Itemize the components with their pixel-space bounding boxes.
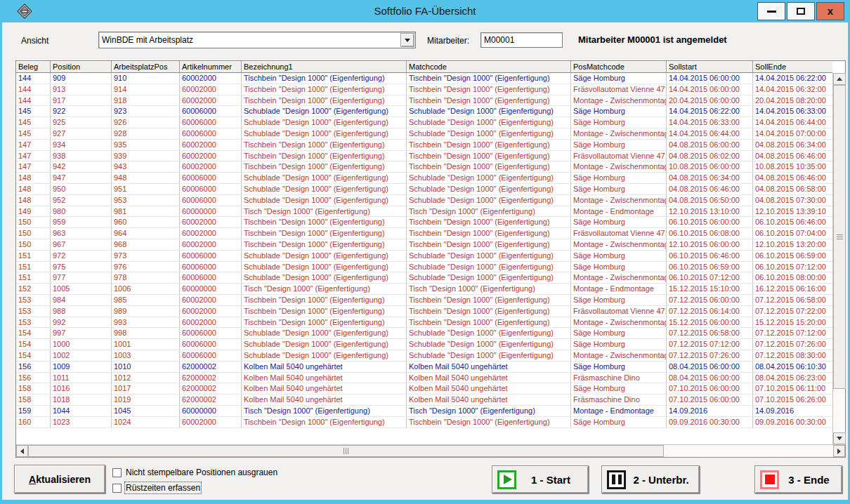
horizontal-scrollbar-thumb[interactable]	[28, 445, 664, 457]
start-button[interactable]: 1 - Start	[492, 465, 589, 493]
table-cell: 985	[112, 295, 180, 306]
table-row[interactable]: 14490991060002000Tischbein "Design 1000"…	[16, 73, 832, 84]
table-cell: Tischbein "Design 1000" (Eigenfertigung)	[242, 140, 407, 151]
minimize-button[interactable]	[757, 2, 785, 20]
table-cell: Kolben Mail 5040 ungehärtet	[407, 383, 571, 394]
title-bar[interactable]: Softfolio FA-Übersicht x	[0, 0, 850, 22]
vertical-scrollbar-thumb[interactable]	[833, 85, 846, 389]
table-cell: 04.08.2015 06:46:00	[753, 173, 832, 184]
table-cell: 07.12.2015 06:00:00	[667, 295, 753, 306]
column-header-artikelnummer[interactable]: Artikelnummer	[180, 61, 242, 73]
table-row[interactable]: 15095996060002000Tischbein "Design 1000"…	[16, 217, 832, 228]
column-header-bezeichnung1[interactable]: Bezeichnung1	[242, 61, 407, 73]
column-header-matchcode[interactable]: Matchcode	[407, 61, 571, 73]
maximize-button[interactable]	[787, 2, 815, 20]
table-cell: 14.04.2015 07:00:00	[753, 128, 832, 140]
checkbox-label: Nicht stempelbare Positionen ausgrauen	[126, 467, 277, 477]
table-row[interactable]: 1561009101062000002Kolben Mail 5040 unge…	[16, 362, 832, 373]
table-cell: Schublade "Design 1000" (Eigenfertigung)	[407, 117, 571, 128]
ansicht-combobox[interactable]: WinBDE mit Arbeitsplatz	[98, 32, 416, 48]
table-cell: 06.10.2015 08:00:00	[753, 272, 832, 284]
table-row[interactable]: 14592792860006000Schublade "Design 1000"…	[16, 128, 832, 140]
column-header-posmatchcode[interactable]: PosMatchcode	[571, 61, 667, 73]
table-cell: Tischbein "Design 1000" (Eigenfertigung)	[242, 161, 407, 173]
table-cell: 60002000	[180, 217, 242, 228]
table-row[interactable]: 14592592660006000Schublade "Design 1000"…	[16, 117, 832, 128]
table-row[interactable]: 14895095160006000Schublade "Design 1000"…	[16, 184, 832, 195]
table-row[interactable]: 14998098160000000Tisch "Design 1000" (Ei…	[16, 206, 832, 218]
table-row[interactable]: 15096796860002000Tischbein "Design 1000"…	[16, 239, 832, 251]
table-cell: 60000000	[180, 406, 242, 417]
table-row[interactable]: 15197597660006000Schublade "Design 1000"…	[16, 262, 832, 273]
scroll-down-button[interactable]	[833, 432, 846, 444]
table-cell: 925	[51, 117, 112, 128]
table-cell: Schublade "Design 1000" (Eigenfertigung)	[242, 184, 407, 195]
checkbox-icon[interactable]	[112, 484, 122, 493]
table-cell: 909	[51, 73, 112, 84]
table-cell: 964	[112, 228, 180, 239]
table-cell: 926	[112, 117, 180, 128]
table-cell: 07.10.2015 06:11:00	[753, 383, 832, 394]
vertical-scrollbar[interactable]	[832, 73, 845, 444]
table-row[interactable]: 1561011101262000002Kolben Mail 5040 unge…	[16, 373, 832, 384]
scroll-right-button[interactable]	[833, 445, 845, 457]
table-cell: Schublade "Design 1000" (Eigenfertigung)	[407, 173, 571, 184]
table-row[interactable]: 15499799860006000Schublade "Design 1000"…	[16, 328, 832, 339]
table-cell: 148	[16, 173, 51, 184]
table-cell: Tischbein "Design 1000" (Eigenfertigung)	[242, 295, 407, 306]
table-row[interactable]: 15197297360006000Schublade "Design 1000"…	[16, 251, 832, 262]
table-cell: 151	[16, 262, 51, 273]
table-row[interactable]: 15197797860006000Schublade "Design 1000"…	[16, 272, 832, 284]
table-cell: 60002000	[180, 306, 242, 317]
table-cell: 147	[16, 140, 51, 151]
column-header-position[interactable]: Position	[51, 61, 112, 73]
table-cell: Tischbein "Design 1000" (Eigenfertigung)	[407, 140, 571, 151]
table-cell: 148	[16, 184, 51, 195]
chevron-down-icon	[405, 39, 410, 42]
table-row[interactable]: 1541002100360006000Schublade "Design 100…	[16, 350, 832, 362]
table-row[interactable]: 1581018101962000002Kolben Mail 5040 unge…	[16, 394, 832, 406]
table-cell: 927	[51, 128, 112, 140]
table-row[interactable]: 15399299360002000Tischbein "Design 1000"…	[16, 317, 832, 329]
checkbox-icon[interactable]	[112, 468, 122, 477]
table-cell: 1018	[51, 394, 112, 406]
table-row[interactable]: 14794294360002000Tischbein "Design 1000"…	[16, 161, 832, 173]
table-cell: 06.10.2015 06:08:00	[667, 228, 753, 239]
table-row[interactable]: 1541000100160006000Schublade "Design 100…	[16, 339, 832, 350]
horizontal-scrollbar[interactable]	[16, 444, 845, 457]
fa-uebersicht-grid: BelegPositionArbeitsplatzPosArtikelnumme…	[15, 60, 846, 458]
table-row[interactable]: 1591044104560000000Tisch "Design 1000" (…	[16, 406, 832, 417]
table-row[interactable]: 14491791860002000Tischbein "Design 1000"…	[16, 95, 832, 107]
table-row[interactable]: 1521005100660000000Tisch "Design 1000" (…	[16, 284, 832, 295]
table-row[interactable]: 1581016101762000002Kolben Mail 5040 unge…	[16, 383, 832, 394]
table-row[interactable]: 14895295360006000Schublade "Design 1000"…	[16, 195, 832, 206]
scroll-left-button[interactable]	[16, 445, 28, 457]
close-button[interactable]: x	[816, 2, 844, 20]
table-row[interactable]: 15398898960002000Tischbein "Design 1000"…	[16, 306, 832, 317]
table-cell: 04.08.2015 06:02:00	[667, 151, 753, 162]
scroll-up-button[interactable]	[833, 73, 846, 85]
table-cell: 14.04.2015 06:33:00	[753, 106, 832, 117]
combobox-dropdown-button[interactable]	[400, 33, 414, 47]
table-cell: 04.08.2015 06:00:00	[667, 140, 753, 151]
table-row[interactable]: 14894794860006000Schublade "Design 1000"…	[16, 173, 832, 184]
column-header-arbeitsplatzpos[interactable]: ArbeitsplatzPos	[112, 61, 180, 73]
mitarbeiter-input[interactable]	[480, 32, 563, 48]
table-row[interactable]: 15096396460002000Tischbein "Design 1000"…	[16, 228, 832, 239]
ende-button[interactable]: 3 - Ende	[754, 465, 842, 493]
table-row[interactable]: 14491391460002000Tischbein "Design 1000"…	[16, 84, 832, 95]
aktualisieren-button[interactable]: Aktualisieren	[14, 465, 105, 493]
table-cell: 14.04.2015 06:22:00	[753, 73, 832, 84]
table-row[interactable]: 14793893960002000Tischbein "Design 1000"…	[16, 151, 832, 162]
column-header-sollende[interactable]: SollEnde	[753, 61, 832, 73]
table-row[interactable]: 15398498560002000Tischbein "Design 1000"…	[16, 295, 832, 306]
table-row[interactable]: 1601023102460002000Tischbein "Design 100…	[16, 417, 832, 428]
table-row[interactable]: 14793493560002000Tischbein "Design 1000"…	[16, 140, 832, 151]
unterbrechen-button[interactable]: 2 - Unterbr.	[601, 465, 700, 493]
table-cell: 992	[51, 317, 112, 329]
checkbox-nicht-stempelbare[interactable]: Nicht stempelbare Positionen ausgrauen	[112, 467, 277, 477]
column-header-sollstart[interactable]: Sollstart	[667, 61, 753, 73]
checkbox-ruestzeiten[interactable]: Rüstzeiten erfassen	[112, 483, 200, 493]
table-row[interactable]: 14592292360006000Schublade "Design 1000"…	[16, 106, 832, 117]
column-header-beleg[interactable]: Beleg	[16, 61, 51, 73]
